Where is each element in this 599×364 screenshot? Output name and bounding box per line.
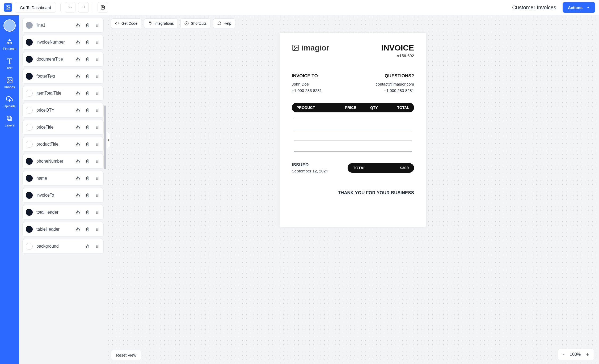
layer-row[interactable]: invoiceNumber <box>22 35 104 50</box>
invoice-document[interactable]: imagior INVOICE #156-692 INVOICE TO John… <box>280 33 426 227</box>
help-button[interactable]: Help <box>213 18 235 28</box>
info-icon <box>184 21 189 26</box>
drag-handle[interactable] <box>94 209 100 215</box>
image-icon <box>6 5 10 10</box>
app-logo[interactable] <box>4 3 12 12</box>
svg-point-39 <box>97 75 98 75</box>
select-layer-button[interactable] <box>75 158 81 164</box>
layer-row[interactable]: priceTitle <box>22 120 104 135</box>
drag-handle[interactable] <box>94 107 100 113</box>
select-layer-button[interactable] <box>75 175 81 181</box>
drag-handle[interactable] <box>94 175 100 181</box>
delete-layer-button[interactable] <box>85 192 91 198</box>
select-layer-button[interactable] <box>75 73 81 79</box>
save-button[interactable] <box>98 2 108 13</box>
brand-text: imagior <box>301 43 329 52</box>
drag-handle[interactable] <box>94 73 100 79</box>
drag-handle[interactable] <box>94 56 100 62</box>
delete-layer-button[interactable] <box>85 73 91 79</box>
nav-elements[interactable]: Elements <box>3 39 16 51</box>
get-code-button[interactable]: Get Code <box>111 18 141 28</box>
svg-point-64 <box>98 111 98 112</box>
delete-layer-button[interactable] <box>85 39 91 45</box>
select-layer-button[interactable] <box>75 226 81 232</box>
divider <box>93 4 93 11</box>
svg-point-113 <box>96 212 97 213</box>
color-swatch <box>26 107 33 114</box>
delete-layer-button[interactable] <box>85 90 91 96</box>
layer-row[interactable]: invoiceTo <box>22 188 104 203</box>
svg-point-106 <box>98 195 98 196</box>
brand-icon <box>292 44 299 52</box>
layer-row[interactable]: footerText <box>22 69 104 84</box>
layer-row[interactable]: priceQTY <box>22 103 104 118</box>
layer-row[interactable]: phoneNumber <box>22 154 104 169</box>
drag-handle[interactable] <box>94 226 100 232</box>
select-layer-button[interactable] <box>85 243 91 249</box>
nav-text[interactable]: Text <box>6 58 13 70</box>
zoom-level: 100% <box>570 352 581 357</box>
go-to-dashboard-button[interactable]: Go To Dashboard <box>15 2 56 13</box>
avatar[interactable] <box>3 19 16 32</box>
integrations-button[interactable]: Integrations <box>144 18 178 28</box>
zoom-out-button[interactable]: - <box>563 352 565 358</box>
layer-row[interactable]: productTitle <box>22 137 104 152</box>
select-layer-button[interactable] <box>75 107 81 113</box>
layer-row[interactable]: totalHeader <box>22 205 104 220</box>
layer-row[interactable]: itemTotalTitle <box>22 86 104 101</box>
drag-handle[interactable] <box>94 90 100 96</box>
select-layer-button[interactable] <box>75 209 81 215</box>
canvas[interactable]: Get Code Integrations Shortcuts Help ima… <box>107 15 599 364</box>
svg-point-88 <box>98 161 98 162</box>
go-to-dashboard-label: Go To Dashboard <box>20 5 51 10</box>
layer-name: background <box>36 244 81 249</box>
nav-uploads[interactable]: Uploads <box>4 96 15 108</box>
select-layer-button[interactable] <box>75 90 81 96</box>
select-layer-button[interactable] <box>75 141 81 147</box>
select-layer-button[interactable] <box>75 192 81 198</box>
delete-layer-button[interactable] <box>85 22 91 28</box>
select-layer-button[interactable] <box>75 56 81 62</box>
drag-handle[interactable] <box>94 243 100 249</box>
drag-handle[interactable] <box>94 192 100 198</box>
svg-point-118 <box>98 213 98 214</box>
layer-row[interactable]: tableHeader <box>22 222 104 237</box>
delete-layer-button[interactable] <box>85 209 91 215</box>
drag-handle[interactable] <box>94 141 100 147</box>
nav-images[interactable]: Images <box>4 77 15 89</box>
drag-handle[interactable] <box>94 124 100 130</box>
scrollbar-thumb[interactable] <box>104 105 106 169</box>
layer-row[interactable]: line1 <box>22 18 104 33</box>
shortcuts-button[interactable]: Shortcuts <box>180 18 210 28</box>
reset-view-button[interactable]: Reset View <box>111 350 141 360</box>
svg-point-82 <box>98 145 98 146</box>
drag-handle[interactable] <box>94 39 100 45</box>
layer-row[interactable]: documentTitle <box>22 52 104 67</box>
svg-point-23 <box>96 42 97 43</box>
nav-layers[interactable]: Layers <box>5 115 14 127</box>
select-layer-button[interactable] <box>75 124 81 130</box>
redo-button[interactable] <box>78 2 89 13</box>
drag-handle[interactable] <box>94 22 100 28</box>
select-layer-button[interactable] <box>75 39 81 45</box>
delete-layer-button[interactable] <box>85 141 91 147</box>
chat-icon <box>217 21 221 26</box>
layer-row[interactable]: name <box>22 171 104 186</box>
delete-layer-button[interactable] <box>85 175 91 181</box>
delete-layer-button[interactable] <box>85 56 91 62</box>
svg-point-103 <box>98 194 98 194</box>
delete-layer-button[interactable] <box>85 158 91 164</box>
row-line <box>294 130 412 130</box>
zoom-in-button[interactable]: + <box>586 352 589 358</box>
collapse-panel-button[interactable] <box>107 132 110 148</box>
delete-layer-button[interactable] <box>85 124 91 130</box>
drag-handle[interactable] <box>94 158 100 164</box>
select-layer-button[interactable] <box>75 22 81 28</box>
svg-point-12 <box>97 24 98 24</box>
actions-button[interactable]: Actions <box>563 2 595 13</box>
contact-phone: +1 000 283 8281 <box>376 87 414 94</box>
layer-row[interactable]: background <box>22 239 104 254</box>
delete-layer-button[interactable] <box>85 226 91 232</box>
undo-button[interactable] <box>65 2 75 13</box>
delete-layer-button[interactable] <box>85 107 91 113</box>
